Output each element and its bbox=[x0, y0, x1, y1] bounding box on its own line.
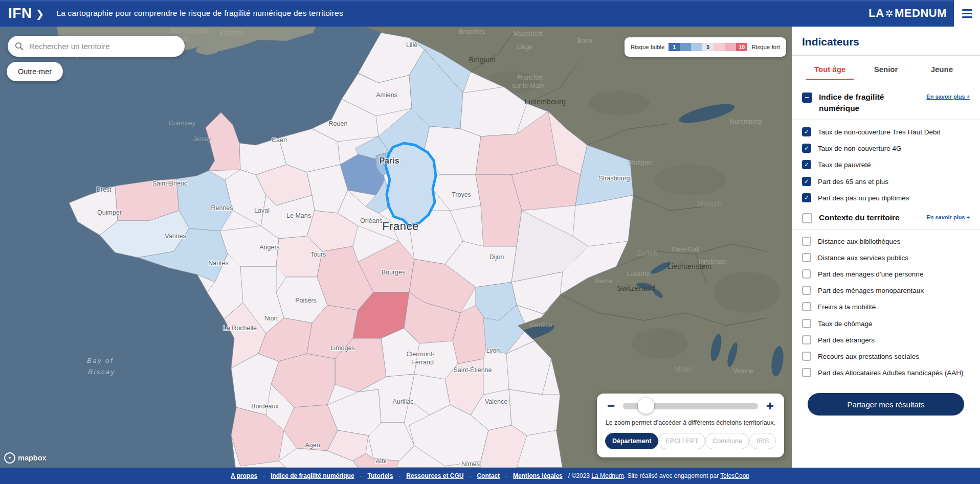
divider bbox=[792, 55, 980, 56]
learn-more-link[interactable]: En savoir plus + bbox=[926, 91, 970, 100]
zoom-slider[interactable] bbox=[623, 403, 758, 409]
legend-color-scale: 1 5 10 bbox=[669, 43, 747, 51]
map-area[interactable]: SouthamptonBournemouthBrightonBruxellesM… bbox=[0, 27, 792, 468]
level-commune-button[interactable]: Commune bbox=[705, 433, 749, 449]
checkbox-unchecked-icon[interactable] bbox=[802, 352, 811, 361]
indicator-row[interactable]: Part des Allocataires Adultes handicapés… bbox=[802, 368, 970, 378]
territorial-levels: Département EPCI / EPT Commune IRIS bbox=[605, 433, 776, 449]
indicator-row[interactable]: Freins à la mobilité bbox=[802, 302, 970, 312]
checkbox-unchecked-icon[interactable] bbox=[802, 368, 811, 377]
checkbox-checked-icon[interactable] bbox=[802, 193, 811, 202]
legend-swatch-3 bbox=[691, 43, 702, 51]
indicator-row[interactable]: Part des ménages d’une personne bbox=[802, 269, 970, 279]
tab-senior[interactable]: Senior bbox=[858, 65, 914, 80]
ifn-logo-text: IFN bbox=[8, 5, 32, 21]
zoom-slider-thumb[interactable] bbox=[638, 398, 654, 414]
checkbox-unchecked-icon[interactable] bbox=[802, 335, 811, 344]
zoom-in-button[interactable]: + bbox=[764, 401, 776, 411]
zoom-caption: Le zoom permet d’accéder à différents éc… bbox=[605, 419, 776, 426]
footer-link-ifn[interactable]: Indice de fragilité numérique bbox=[271, 472, 354, 479]
footer-link-mednum[interactable]: La Mednum bbox=[591, 472, 623, 479]
territory-search[interactable] bbox=[8, 36, 185, 57]
legend-swatch-4: 5 bbox=[702, 43, 714, 51]
divider bbox=[792, 120, 980, 120]
checkbox-checked-icon[interactable] bbox=[802, 127, 811, 136]
zoom-control-panel: − + Le zoom permet d’accéder à différent… bbox=[597, 394, 784, 457]
checkbox-checked-icon[interactable] bbox=[802, 144, 811, 153]
divider bbox=[792, 229, 980, 229]
footer-link-telescoop[interactable]: TelesCoop bbox=[720, 472, 749, 479]
learn-more-link[interactable]: En savoir plus + bbox=[926, 212, 970, 220]
chevron-right-icon: ❯ bbox=[36, 8, 44, 20]
indicator-row[interactable]: Taux de pauvreté bbox=[802, 160, 970, 170]
hamburger-menu-button[interactable] bbox=[954, 0, 980, 27]
legend-high-label: Risque fort bbox=[751, 44, 780, 50]
checkbox-unchecked-icon[interactable] bbox=[802, 302, 811, 311]
hamburger-icon bbox=[962, 9, 972, 11]
footer-link-tutoriels[interactable]: Tutoriels bbox=[368, 472, 393, 479]
legend-swatch-1: 1 bbox=[669, 43, 680, 51]
legend-swatch-7: 10 bbox=[736, 43, 747, 51]
tab-tout-age[interactable]: Tout âge bbox=[802, 65, 858, 80]
checkbox-unchecked-icon[interactable] bbox=[802, 269, 811, 279]
mapbox-attribution[interactable]: ✦ mapbox bbox=[4, 452, 47, 464]
legend-swatch-6 bbox=[725, 43, 736, 51]
footer-copyright: / ©2023 La Mednum. Site réalisé avec eng… bbox=[568, 472, 749, 479]
header-tagline: La cartographie pour comprendre le risqu… bbox=[56, 9, 343, 18]
context-indicator-list: Distance aux bibliothèques Distance aux … bbox=[802, 237, 970, 378]
sidebar-title: Indicateurs bbox=[802, 36, 970, 48]
legend-swatch-2 bbox=[680, 43, 691, 51]
mednum-logo-left: LA bbox=[868, 7, 884, 20]
tab-jeune[interactable]: Jeune bbox=[914, 65, 970, 80]
legend-low-label: Risque faible bbox=[631, 44, 664, 50]
checkbox-unchecked-icon[interactable] bbox=[802, 319, 811, 328]
indicator-row[interactable]: Taux de non-couverture 4G bbox=[802, 144, 970, 153]
zoom-out-button[interactable]: − bbox=[605, 401, 617, 411]
footer-link-contact[interactable]: Contact bbox=[477, 472, 500, 479]
footer: A propos - Indice de fragilité numérique… bbox=[0, 468, 980, 484]
checkbox-unchecked-icon[interactable] bbox=[802, 286, 811, 295]
checkbox-unchecked-icon[interactable] bbox=[802, 237, 811, 246]
ifn-app: IFN ❯ La cartographie pour comprendre le… bbox=[0, 0, 980, 484]
section-title: Indice de fragilité numérique bbox=[819, 91, 924, 114]
level-epci-button[interactable]: EPCI / EPT bbox=[658, 433, 705, 449]
indicators-sidebar: Indicateurs Tout âge Senior Jeune Indice… bbox=[792, 27, 980, 468]
checkbox-unchecked-icon[interactable] bbox=[802, 253, 811, 262]
risk-legend: Risque faible 1 5 10 Risque fort bbox=[625, 37, 786, 57]
level-iris-button[interactable]: IRIS bbox=[749, 433, 776, 449]
mapbox-icon: ✦ bbox=[4, 452, 15, 464]
indicator-row[interactable]: Recours aux prestations sociales bbox=[802, 352, 970, 361]
section-ifn-header: Indice de fragilité numérique En savoir … bbox=[802, 91, 970, 114]
indicator-row[interactable]: Part des ménages monoparentaux bbox=[802, 286, 970, 295]
mednum-logo[interactable]: LA ✲ MEDNUM bbox=[868, 7, 947, 20]
indicator-row[interactable]: Part des étrangers bbox=[802, 335, 970, 345]
level-departement-button[interactable]: Département bbox=[605, 433, 658, 449]
section-context-header: Contexte du territoire En savoir plus + bbox=[802, 212, 970, 223]
section-title: Contexte du territoire bbox=[819, 212, 900, 223]
mapbox-wordmark: mapbox bbox=[18, 454, 47, 462]
outre-mer-button[interactable]: Outre-mer bbox=[7, 62, 63, 81]
mednum-star-icon: ✲ bbox=[885, 8, 894, 19]
selected-department-outline[interactable] bbox=[386, 143, 436, 226]
top-header: IFN ❯ La cartographie pour comprendre le… bbox=[0, 0, 980, 27]
indicator-row[interactable]: Taux de chômage bbox=[802, 319, 970, 329]
ifn-indicator-list: Taux de non-couverture Très Haut Débit T… bbox=[802, 127, 970, 203]
legend-swatch-5 bbox=[714, 43, 725, 51]
ifn-logo[interactable]: IFN ❯ bbox=[8, 5, 44, 21]
checkbox-indeterminate-icon[interactable] bbox=[802, 93, 812, 103]
indicator-row[interactable]: Taux de non-couverture Très Haut Débit bbox=[802, 127, 970, 137]
indicator-row[interactable]: Distance aux bibliothèques bbox=[802, 237, 970, 246]
checkbox-checked-icon[interactable] bbox=[802, 160, 811, 169]
indicator-row[interactable]: Part des 65 ans et plus bbox=[802, 177, 970, 187]
checkbox-unchecked-icon[interactable] bbox=[802, 213, 812, 223]
search-icon bbox=[15, 42, 24, 51]
indicator-row[interactable]: Distance aux services publics bbox=[802, 253, 970, 263]
checkbox-checked-icon[interactable] bbox=[802, 177, 811, 186]
mednum-logo-right: MEDNUM bbox=[895, 7, 947, 20]
search-input[interactable] bbox=[28, 41, 177, 51]
indicator-row[interactable]: Part des pas ou peu diplômés bbox=[802, 193, 970, 203]
share-results-button[interactable]: Partager mes résultats bbox=[808, 393, 964, 416]
footer-link-mentions[interactable]: Mentions légales bbox=[513, 472, 563, 479]
footer-link-apropos[interactable]: A propos bbox=[231, 472, 257, 479]
footer-link-ressources[interactable]: Ressources et CGU bbox=[406, 472, 463, 479]
